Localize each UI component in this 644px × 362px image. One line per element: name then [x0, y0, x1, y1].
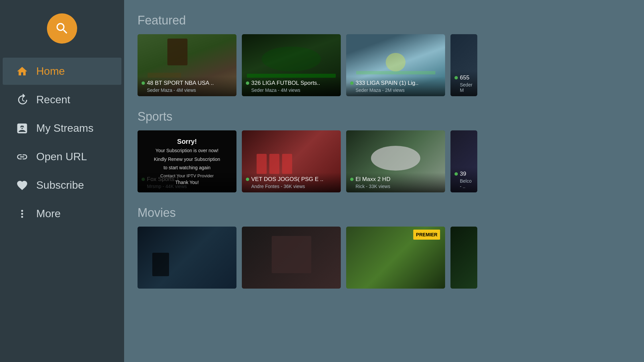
- more-icon: [16, 208, 28, 220]
- card-overlay-3: 333 LIGA SPAIN (1) Lig.. Seder Maza - 2M…: [346, 76, 445, 96]
- card-movies-1[interactable]: [138, 227, 236, 289]
- sidebar-item-label-home: Home: [36, 65, 65, 77]
- sidebar-item-my-streams[interactable]: My Streams: [3, 115, 121, 142]
- sidebar-item-label-open-url: Open URL: [36, 150, 87, 163]
- sports-cards-row: Sorry! Your Subscription is over now! Ki…: [138, 130, 631, 192]
- search-button[interactable]: [47, 13, 77, 44]
- sidebar: Home Recent My Streams Open URL: [0, 0, 124, 362]
- card-overlay-sports-2: VET DOS JOGOS( PSG E .. Andre Fontes - 3…: [242, 173, 341, 192]
- movies-section-title: Movies: [138, 206, 631, 220]
- card-subtitle-sports-2: Andre Fontes - 36K views: [246, 184, 337, 189]
- sidebar-item-label-subscribe: Subscribe: [36, 179, 84, 191]
- sidebar-item-label-recent: Recent: [36, 94, 70, 106]
- card-title-1: 48 BT SPORT NBA USA ..: [147, 80, 214, 86]
- card-title-sports-2: VET DOS JOGOS( PSG E ..: [251, 176, 323, 183]
- card-title-sports-4: 39: [460, 171, 466, 177]
- sorry-title: Sorry!: [177, 138, 197, 145]
- card-sports-1[interactable]: Sorry! Your Subscription is over now! Ki…: [138, 130, 236, 192]
- sports-section-title: Sports: [138, 110, 631, 124]
- open-url-icon: [16, 151, 28, 163]
- card-image-movies-2: [242, 227, 341, 289]
- movies-cards-row: PREMIER: [138, 227, 631, 289]
- sorry-thanks: Thank You!: [175, 180, 199, 185]
- featured-section-title: Featured: [138, 13, 631, 27]
- card-title-4: 655: [460, 74, 469, 81]
- sidebar-item-label-more: More: [36, 207, 61, 220]
- sorry-overlay: Sorry! Your Subscription is over now! Ki…: [138, 130, 236, 192]
- card-title-3: 333 LIGA SPAIN (1) Lig..: [356, 80, 419, 86]
- my-streams-icon: [16, 122, 28, 134]
- card-sports-4-partial[interactable]: 39 Belco - ..: [450, 130, 477, 192]
- live-dot-sports-2: [246, 178, 249, 181]
- live-dot-sports-4: [454, 172, 458, 176]
- card-overlay-sports-3: El Maxx 2 HD Rick - 33K views: [346, 173, 445, 192]
- live-dot-1: [142, 81, 145, 85]
- sorry-line3: to start watching again: [163, 165, 210, 171]
- sorry-line1: Your Subscription is over now!: [156, 147, 219, 154]
- card-featured-4-partial[interactable]: 655 Seder M: [450, 34, 477, 96]
- featured-cards-row: 48 BT SPORT NBA USA .. Seder Maza - 4M v…: [138, 34, 631, 96]
- card-subtitle-1: Seder Maza - 4M views: [142, 87, 232, 93]
- card-image-movies-4: [450, 227, 477, 289]
- subscribe-icon: [16, 179, 28, 191]
- search-icon: [55, 21, 69, 36]
- card-title-sports-3: El Maxx 2 HD: [356, 176, 390, 183]
- sorry-contact: Contact Your IPTV Provider: [160, 173, 214, 178]
- live-dot-2: [246, 81, 249, 85]
- card-overlay-1: 48 BT SPORT NBA USA .. Seder Maza - 4M v…: [138, 76, 236, 96]
- card-subtitle-sports-4: Belco - ..: [454, 178, 473, 189]
- card-sports-2[interactable]: VET DOS JOGOS( PSG E .. Andre Fontes - 3…: [242, 130, 341, 192]
- card-overlay-sports-4: 39 Belco - ..: [450, 167, 477, 192]
- card-title-2: 326 LIGA FUTBOL Sports..: [251, 80, 320, 86]
- card-overlay-4: 655 Seder M: [450, 71, 477, 96]
- card-subtitle-2: Seder Maza - 4M views: [246, 87, 337, 93]
- card-movies-4-partial[interactable]: [450, 227, 477, 289]
- card-featured-1[interactable]: 48 BT SPORT NBA USA .. Seder Maza - 4M v…: [138, 34, 236, 96]
- live-dot-3: [350, 81, 354, 85]
- card-featured-3[interactable]: 333 LIGA SPAIN (1) Lig.. Seder Maza - 2M…: [346, 34, 445, 96]
- card-image-movies-1: [138, 227, 236, 289]
- live-dot-4: [454, 76, 458, 79]
- home-icon: [16, 65, 28, 77]
- live-dot-sports-3: [350, 178, 354, 181]
- sidebar-item-home[interactable]: Home: [3, 58, 121, 85]
- card-featured-2[interactable]: 326 LIGA FUTBOL Sports.. Seder Maza - 4M…: [242, 34, 341, 96]
- sidebar-item-recent[interactable]: Recent: [3, 86, 121, 113]
- card-movies-2[interactable]: [242, 227, 341, 289]
- svg-rect-1: [21, 127, 23, 129]
- card-subtitle-3: Seder Maza - 2M views: [350, 87, 441, 93]
- sidebar-item-open-url[interactable]: Open URL: [3, 143, 121, 170]
- card-overlay-2: 326 LIGA FUTBOL Sports.. Seder Maza - 4M…: [242, 76, 341, 96]
- sidebar-item-label-my-streams: My Streams: [36, 122, 94, 134]
- card-image-movies-3: PREMIER: [346, 227, 445, 289]
- card-sports-3[interactable]: El Maxx 2 HD Rick - 33K views: [346, 130, 445, 192]
- sorry-line2: Kindly Renew your Subscription: [154, 156, 220, 163]
- sidebar-item-subscribe[interactable]: Subscribe: [3, 172, 121, 199]
- main-content: Featured 48 BT SPORT NBA USA .. Seder Ma…: [124, 0, 644, 362]
- card-movies-3[interactable]: PREMIER: [346, 227, 445, 289]
- card-subtitle-sports-3: Rick - 33K views: [350, 184, 441, 189]
- recent-icon: [16, 94, 28, 106]
- card-subtitle-4: Seder M: [454, 82, 473, 93]
- sidebar-item-more[interactable]: More: [3, 200, 121, 227]
